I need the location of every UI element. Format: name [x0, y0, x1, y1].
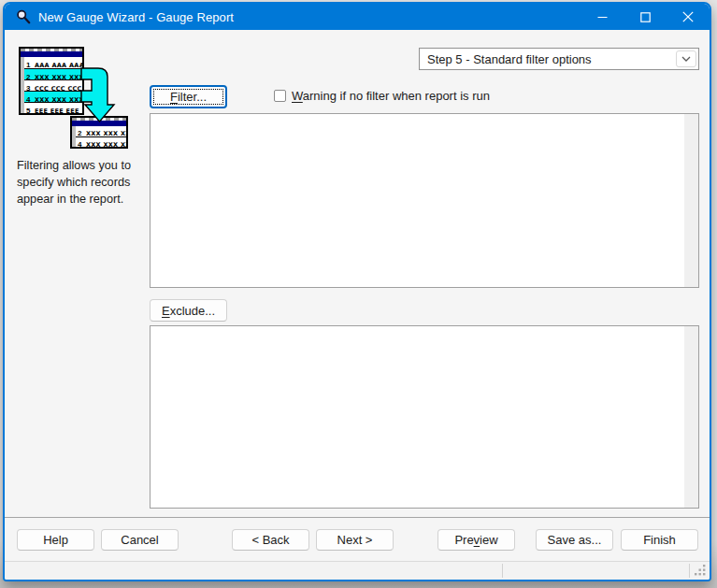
exclude-listbox-scrollbar[interactable] [684, 326, 698, 508]
save-as-button[interactable]: Save as... [536, 529, 613, 551]
illustration-source-table: 1 AAA AAA AAA 2 XXX XXX XXX 3 CCC CCC CC… [19, 47, 84, 115]
preview-button[interactable]: Preview [437, 529, 515, 551]
back-button[interactable]: < Back [232, 529, 309, 551]
close-icon [682, 11, 694, 22]
status-bar-divider [502, 564, 503, 578]
filter-listbox[interactable] [150, 113, 699, 288]
illustration-result-table: 2 XXX XXX XXX 4 XXX XXX XXX [70, 116, 128, 149]
maximize-icon [640, 12, 651, 22]
maximize-button[interactable] [624, 4, 667, 30]
next-button[interactable]: Next > [316, 529, 394, 551]
table-row: 2 XXX XXX XXX [76, 126, 126, 136]
table-row: 3 CCC CCC CCC [24, 79, 82, 91]
filter-button[interactable]: Filter... [150, 85, 227, 108]
close-button[interactable] [667, 4, 710, 30]
wizard-dialog: New Gauge Wizard - Gauge Report [3, 2, 711, 581]
filter-illustration: 1 AAA AAA AAA 2 XXX XXX XXX 3 CCC CCC CC… [17, 43, 133, 150]
cancel-button[interactable]: Cancel [101, 529, 179, 551]
table-row-highlighted: 4 XXX XXX XXX [24, 91, 82, 102]
minimize-button[interactable] [581, 4, 624, 30]
filter-description-text: Filtering allows you to specify which re… [17, 157, 140, 208]
table-row-highlighted: 2 XXX XXX XXX [24, 68, 82, 79]
minimize-icon [597, 12, 608, 22]
status-bar [5, 561, 710, 580]
exclude-button[interactable]: Exclude... [150, 299, 227, 322]
client-area: 1 AAA AAA AAA 2 XXX XXX XXX 3 CCC CCC CC… [5, 30, 710, 580]
help-button[interactable]: Help [17, 529, 94, 551]
exclude-listbox[interactable] [150, 325, 699, 509]
footer-separator [5, 517, 710, 518]
warning-checkbox[interactable] [274, 90, 286, 102]
step-dropdown[interactable]: Step 5 - Standard filter options [419, 48, 699, 70]
chevron-down-icon[interactable] [676, 50, 696, 67]
table-row: 1 AAA AAA AAA [24, 57, 82, 68]
magnifier-app-icon [16, 9, 32, 25]
step-dropdown-value: Step 5 - Standard filter options [420, 52, 676, 66]
table-row: 5 EEE EEE EEE [24, 102, 82, 113]
filter-listbox-scrollbar[interactable] [684, 114, 698, 287]
table-row: 4 XXX XXX XXX [76, 136, 126, 147]
titlebar: New Gauge Wizard - Gauge Report [5, 4, 710, 30]
resize-grip[interactable] [694, 564, 707, 577]
finish-button[interactable]: Finish [621, 529, 698, 551]
status-bar-divider [689, 564, 690, 578]
window-title: New Gauge Wizard - Gauge Report [38, 10, 234, 24]
warning-checkbox-label[interactable]: Warning if no filter when report is run [292, 89, 490, 103]
warning-checkbox-row[interactable]: Warning if no filter when report is run [274, 89, 490, 103]
